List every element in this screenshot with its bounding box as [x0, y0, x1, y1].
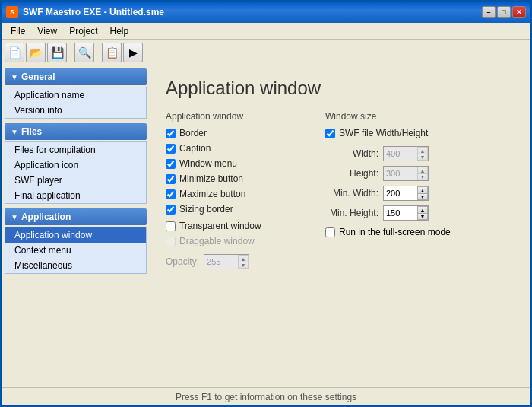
min-height-input-wrap: ▲ ▼ [383, 205, 429, 221]
sidebar-item-files-compilation[interactable]: Files for compilation [5, 142, 146, 157]
menu-view[interactable]: View [31, 24, 63, 38]
sidebar-section-general[interactable]: ▼ General [5, 68, 147, 85]
window-title: SWF Maestro EXE - Untitled.sme [23, 7, 482, 17]
min-height-input[interactable] [384, 206, 417, 220]
maximize-row: Maximize button [166, 189, 302, 199]
files-arrow-icon: ▼ [11, 128, 18, 136]
content-area: Application window Application window Bo… [150, 65, 530, 387]
caption-row: Caption [166, 143, 302, 154]
sizing-label[interactable]: Sizing border [179, 204, 233, 215]
height-spinners: ▲ ▼ [417, 167, 428, 180]
min-height-spinners: ▲ ▼ [417, 206, 428, 220]
menu-help[interactable]: Help [104, 24, 135, 38]
min-height-label: Min. Height: [325, 208, 378, 218]
opacity-spinners: ▲ ▼ [238, 255, 249, 269]
min-width-up-btn[interactable]: ▲ [417, 186, 428, 193]
window-menu-checkbox[interactable] [166, 159, 176, 169]
sidebar: ▼ General Application name Version info … [2, 65, 150, 387]
save-button[interactable]: 💾 [47, 43, 67, 62]
sizing-row: Sizing border [166, 204, 302, 215]
transparent-checkbox[interactable] [166, 221, 176, 231]
min-width-down-btn[interactable]: ▼ [417, 193, 428, 200]
application-arrow-icon: ▼ [11, 213, 18, 221]
close-button[interactable]: ✕ [512, 6, 526, 18]
app-window-section: Application window Border Caption Window… [166, 111, 302, 269]
height-up-btn: ▲ [417, 167, 428, 173]
new-button[interactable]: 📄 [5, 43, 24, 62]
menu-project[interactable]: Project [63, 24, 103, 38]
status-text: Press F1 to get information on these set… [176, 392, 356, 402]
fullscreen-label[interactable]: Run in the full-screen mode [339, 227, 451, 237]
caption-label[interactable]: Caption [179, 143, 211, 154]
maximize-label[interactable]: Maximize button [179, 189, 245, 199]
height-input [384, 167, 417, 180]
sidebar-item-app-name[interactable]: Application name [5, 87, 146, 103]
maximize-checkbox[interactable] [166, 189, 176, 199]
min-width-label: Min. Width: [325, 188, 378, 199]
main-window: S SWF Maestro EXE - Untitled.sme – □ ✕ F… [0, 0, 532, 407]
opacity-row: Opacity: ▲ ▼ [166, 254, 302, 269]
settings-panel: Application window Border Caption Window… [166, 111, 515, 269]
toolbar: 📄 📂 💾 🔍 📋 ▶ [2, 40, 530, 65]
sidebar-section-files-label: Files [21, 126, 42, 137]
minimize-button[interactable]: – [482, 6, 496, 18]
menu-file[interactable]: File [5, 24, 31, 38]
border-checkbox[interactable] [166, 129, 176, 138]
opacity-label: Opacity: [166, 256, 199, 267]
maximize-button[interactable]: □ [497, 6, 511, 18]
sidebar-section-general-label: General [21, 72, 55, 82]
sidebar-item-app-icon[interactable]: Application icon [5, 157, 146, 173]
width-up-btn: ▲ [417, 147, 428, 154]
sidebar-item-final-app[interactable]: Final application [5, 188, 146, 203]
sidebar-item-version-info[interactable]: Version info [5, 103, 146, 118]
general-arrow-icon: ▼ [11, 73, 18, 81]
width-spinners: ▲ ▼ [417, 147, 428, 161]
fullscreen-checkbox[interactable] [325, 227, 335, 237]
transparent-label[interactable]: Transparent window [179, 221, 261, 231]
properties-button[interactable]: 📋 [102, 43, 122, 62]
min-width-input[interactable] [384, 186, 417, 200]
opacity-input-wrap: ▲ ▼ [204, 254, 249, 269]
caption-checkbox[interactable] [166, 144, 176, 154]
opacity-down-btn: ▼ [238, 262, 249, 269]
window-menu-row: Window menu [166, 158, 302, 169]
min-height-up-btn[interactable]: ▲ [417, 206, 428, 213]
sidebar-section-application[interactable]: ▼ Application [5, 208, 147, 225]
min-width-input-wrap: ▲ ▼ [383, 186, 429, 201]
swf-file-checkbox[interactable] [325, 129, 335, 138]
width-down-btn: ▼ [417, 154, 428, 161]
min-width-row: Min. Width: ▲ ▼ [325, 186, 492, 201]
min-height-row: Min. Height: ▲ ▼ [325, 205, 492, 221]
width-input [384, 147, 417, 161]
sidebar-general-items: Application name Version info [5, 87, 147, 119]
transparent-row: Transparent window [166, 221, 302, 231]
run-button[interactable]: ▶ [123, 43, 143, 62]
sidebar-item-miscellaneous[interactable]: Miscellaneous [5, 258, 146, 273]
minimize-checkbox[interactable] [166, 174, 176, 184]
title-bar: S SWF Maestro EXE - Untitled.sme – □ ✕ [2, 2, 530, 23]
minimize-label[interactable]: Minimize button [179, 173, 243, 184]
sidebar-item-app-window[interactable]: Application window [5, 227, 146, 243]
height-row: Height: ▲ ▼ [325, 166, 492, 181]
draggable-row: Draggable window [166, 236, 302, 246]
width-row: Width: ▲ ▼ [325, 146, 492, 161]
swf-file-label[interactable]: SWF file Width/Height [339, 128, 428, 138]
sizing-checkbox[interactable] [166, 205, 176, 215]
min-height-down-btn[interactable]: ▼ [417, 213, 428, 220]
window-menu-label[interactable]: Window menu [179, 158, 237, 169]
sidebar-application-items: Application window Context menu Miscella… [5, 227, 147, 274]
sidebar-section-files[interactable]: ▼ Files [5, 123, 147, 140]
window-controls: – □ ✕ [482, 6, 526, 18]
opacity-input [204, 255, 238, 269]
menubar: File View Project Help [2, 23, 530, 40]
border-label[interactable]: Border [179, 128, 207, 138]
sidebar-item-context-menu[interactable]: Context menu [5, 243, 146, 258]
main-content: ▼ General Application name Version info … [2, 65, 530, 387]
sidebar-item-swf-player[interactable]: SWF player [5, 173, 146, 188]
width-label: Width: [325, 148, 378, 159]
swf-file-row: SWF file Width/Height [325, 128, 492, 138]
sidebar-section-application-label: Application [21, 211, 71, 222]
border-row: Border [166, 128, 302, 138]
open-button[interactable]: 📂 [26, 43, 46, 62]
search-button[interactable]: 🔍 [74, 43, 94, 62]
